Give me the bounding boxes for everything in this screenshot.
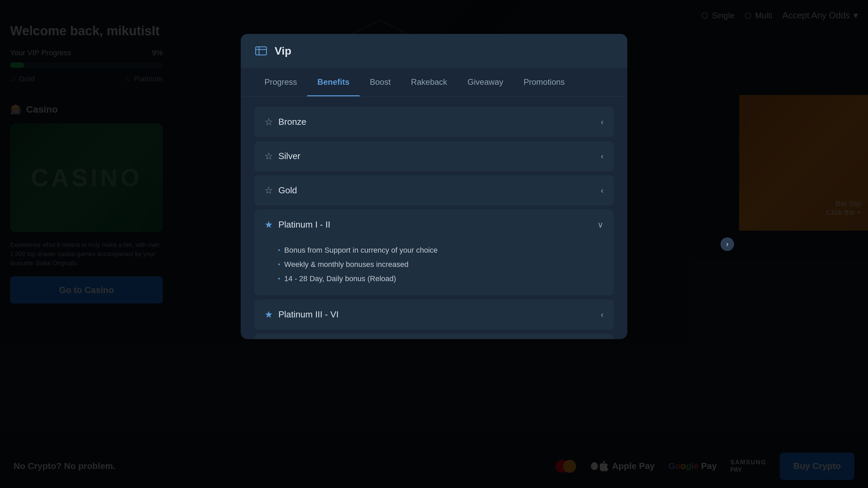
platinum-1-2-benefit-1: Bonus from Support in currency of your c…: [278, 243, 604, 257]
vip-modal-body: ☆ Bronze ‹ ☆ Silver ‹: [241, 97, 627, 339]
svg-rect-4: [256, 47, 267, 55]
tier-silver: ☆ Silver ‹: [254, 141, 614, 171]
platinum-3-6-chevron-icon: ‹: [601, 310, 604, 319]
tier-platinum-1-2: ★ Platinum I - II ∨ Bonus from Support i…: [254, 210, 614, 295]
tier-diamond-header[interactable]: ◆ Diamond ‹: [254, 334, 614, 339]
tier-platinum-3-6: ★ Platinum III - VI ‹: [254, 299, 614, 330]
platinum-1-2-star-icon: ★: [264, 219, 273, 230]
silver-chevron-icon: ‹: [601, 152, 604, 161]
vip-modal-icon: [254, 44, 268, 58]
tier-silver-header-left: ☆ Silver: [264, 151, 300, 162]
tab-boost[interactable]: Boost: [360, 68, 401, 96]
platinum-1-2-chevron-icon: ∨: [597, 220, 604, 230]
platinum-3-6-star-icon: ★: [264, 309, 273, 320]
silver-tier-name: Silver: [278, 151, 300, 161]
platinum-3-6-tier-name: Platinum III - VI: [278, 309, 339, 320]
tier-gold-header[interactable]: ☆ Gold ‹: [254, 175, 614, 206]
tier-platinum-1-2-content: Bonus from Support in currency of your c…: [254, 240, 614, 295]
tier-bronze: ☆ Bronze ‹: [254, 107, 614, 137]
vip-modal-overlay: Vip Progress Benefits Boost Rakeback Giv…: [0, 0, 868, 488]
tier-platinum-1-2-header-left: ★ Platinum I - II: [264, 219, 330, 230]
tier-silver-header[interactable]: ☆ Silver ‹: [254, 141, 614, 171]
vip-modal-header: Vip: [241, 34, 627, 68]
tab-promotions[interactable]: Promotions: [513, 68, 575, 96]
bronze-star-icon: ☆: [264, 116, 273, 128]
scroll-indicator[interactable]: ›: [721, 237, 734, 251]
tab-giveaway[interactable]: Giveaway: [457, 68, 513, 96]
silver-star-icon: ☆: [264, 151, 273, 162]
gold-tier-name: Gold: [278, 185, 297, 196]
vip-modal: Vip Progress Benefits Boost Rakeback Giv…: [241, 34, 627, 339]
tab-progress[interactable]: Progress: [254, 68, 307, 96]
gold-chevron-icon: ‹: [601, 186, 604, 195]
platinum-1-2-benefit-3: 14 - 28 Day, Daily bonus (Reload): [278, 272, 604, 286]
tier-gold-header-left: ☆ Gold: [264, 185, 297, 196]
bronze-tier-name: Bronze: [278, 117, 306, 127]
platinum-1-2-tier-name: Platinum I - II: [278, 219, 330, 230]
tier-platinum-3-6-header-left: ★ Platinum III - VI: [264, 309, 339, 320]
gold-star-icon-tier: ☆: [264, 185, 273, 196]
tier-platinum-1-2-header[interactable]: ★ Platinum I - II ∨: [254, 210, 614, 240]
tier-gold: ☆ Gold ‹: [254, 175, 614, 206]
bronze-chevron-icon: ‹: [601, 117, 604, 127]
platinum-1-2-benefit-2: Weekly & monthly bonuses increased: [278, 257, 604, 272]
vip-tabs: Progress Benefits Boost Rakeback Giveawa…: [241, 68, 627, 97]
tab-benefits[interactable]: Benefits: [307, 68, 360, 96]
tier-bronze-header-left: ☆ Bronze: [264, 116, 306, 128]
tab-rakeback[interactable]: Rakeback: [401, 68, 457, 96]
tier-platinum-3-6-header[interactable]: ★ Platinum III - VI ‹: [254, 299, 614, 330]
tier-diamond: ◆ Diamond ‹: [254, 334, 614, 339]
vip-modal-title: Vip: [275, 45, 291, 57]
tier-bronze-header[interactable]: ☆ Bronze ‹: [254, 107, 614, 137]
